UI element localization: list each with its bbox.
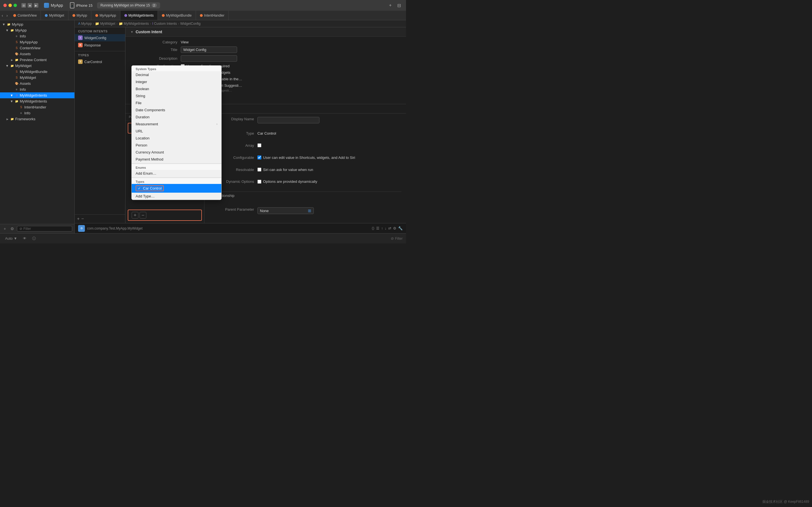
dropdown-item-add-type[interactable]: Add Type… <box>132 193 221 200</box>
configurable-detail-checkbox[interactable] <box>257 156 261 159</box>
stop-btn[interactable]: ■ <box>28 3 32 8</box>
sidebar-item-myapp-root[interactable]: ▶ 📁 MyApp <box>0 21 74 27</box>
dropdown-item-car-control[interactable]: ✓ Car Control <box>132 184 221 193</box>
dropdown-item-add-enum[interactable]: Add Enum… <box>132 170 221 177</box>
dynamic-options-checkbox[interactable] <box>257 180 261 184</box>
chevron-icon <box>10 35 13 38</box>
sidebar-toggle-btn[interactable]: ⊞ <box>21 3 26 8</box>
sidebar-item-myappapp[interactable]: S MyAppApp <box>0 39 74 45</box>
add-btn[interactable]: + <box>2 226 7 231</box>
bundle-id: com.company.Test.MyApp.MyWidget <box>87 226 143 230</box>
maximize-button[interactable] <box>13 4 17 7</box>
chevron-icon <box>15 106 18 109</box>
breadcrumb-widget-config[interactable]: WidgetConfig <box>180 22 200 25</box>
tab-prev-btn[interactable]: ‹ <box>0 11 5 20</box>
custom-intent-title: Custom Intent <box>136 30 162 34</box>
tab-my-app[interactable]: MyApp <box>68 11 91 20</box>
dropdown-item-measurement[interactable]: Measurement › <box>132 121 221 128</box>
sidebar-tree: ▶ 📁 MyApp ▶ 📁 MyApp ≡ Info S MyAppApp <box>0 20 74 224</box>
description-input[interactable] <box>181 55 237 62</box>
sidebar-item-myapp[interactable]: ▶ 📁 MyApp <box>0 27 74 33</box>
debug-btn4[interactable]: ↓ <box>385 226 387 230</box>
dropdown-item-person[interactable]: Person <box>132 142 221 149</box>
tab-next-btn[interactable]: › <box>5 11 10 20</box>
sidebar-item-mywidget[interactable]: ▶ 📁 MyWidget <box>0 63 74 69</box>
sidebar-item-mywidgetintents-group[interactable]: ▶ 📁 MyWidgetIntents <box>0 98 74 104</box>
layout-btn[interactable]: ⊟ <box>396 2 403 9</box>
remove-param-btn[interactable]: − <box>140 212 146 219</box>
dropdown-item-date-components[interactable]: Date Components <box>132 107 221 114</box>
add-tab-btn[interactable]: + <box>388 2 393 9</box>
dropdown-item-url[interactable]: URL <box>132 128 221 135</box>
sidebar: ▶ 📁 MyApp ▶ 📁 MyApp ≡ Info S MyAppApp <box>0 20 75 233</box>
folder-icon: 📁 <box>10 29 14 33</box>
debug-btn6[interactable]: ⚙ <box>393 226 396 230</box>
title-input[interactable] <box>181 47 237 53</box>
section-toggle-custom-intent[interactable]: ▼ <box>130 30 134 34</box>
parent-param-dropdown[interactable]: None ⊞ <box>257 207 314 214</box>
bt-info-btn[interactable]: ⓘ <box>31 235 38 242</box>
dropdown-item-location[interactable]: Location <box>132 135 221 142</box>
intent-item-widget-config[interactable]: I WidgetConfig <box>75 34 125 41</box>
debug-btn1[interactable]: ⟨⟩ <box>371 226 374 230</box>
display-name-input[interactable] <box>257 117 319 123</box>
tab-icon-my-widget-intents <box>124 14 127 17</box>
breadcrumb-mywidgetintents[interactable]: 📁 MyWidgetIntents <box>119 22 149 25</box>
tab-my-widget-bundle[interactable]: MyWidgetBundle <box>158 11 196 20</box>
debug-btn7[interactable]: 🔧 <box>398 226 403 230</box>
dropdown-item-decimal[interactable]: Decimal <box>132 71 221 78</box>
dropdown-label-date-components: Date Components <box>136 108 165 112</box>
tab-my-widget[interactable]: MyWidget <box>41 11 68 20</box>
add-intent-btn[interactable]: + <box>77 216 80 221</box>
debug-btn5[interactable]: ⇄ <box>388 226 391 230</box>
dropdown-item-currency-amount[interactable]: Currency Amount <box>132 149 221 156</box>
dropdown-item-integer[interactable]: Integer <box>132 78 221 86</box>
dropdown-item-duration[interactable]: Duration <box>132 114 221 121</box>
minimize-button[interactable] <box>8 4 12 7</box>
sidebar-item-mywidget2[interactable]: S MyWidget <box>0 75 74 80</box>
dropdown-item-boolean[interactable]: Boolean <box>132 86 221 93</box>
settings-btn[interactable]: ⚙ <box>10 226 15 231</box>
sidebar-item-info2[interactable]: ≡ Info <box>0 87 74 93</box>
sidebar-filter[interactable]: ⊘ Filter <box>17 226 72 231</box>
sidebar-item-preview-content[interactable]: ▶ 📁 Preview Content <box>0 57 74 63</box>
add-param-btn[interactable]: + <box>132 212 139 219</box>
array-checkbox[interactable] <box>257 144 261 147</box>
sidebar-item-mywidgetintents[interactable]: ▶ ⚙ MyWidgetIntents <box>0 93 74 98</box>
tab-intent-handler[interactable]: IntentHandler <box>196 11 229 20</box>
chevron-icon: ▶ <box>6 64 9 68</box>
tab-my-app-app[interactable]: MyAppApp <box>91 11 120 20</box>
device-selector[interactable]: 📱 iPhone 15 <box>70 2 93 8</box>
dropdown-item-string[interactable]: String <box>132 93 221 100</box>
dropdown-item-file[interactable]: File <box>132 100 221 107</box>
intent-item-response[interactable]: R Response <box>75 41 125 49</box>
dropdown-item-payment-method[interactable]: Payment Method <box>132 156 221 163</box>
bt-eye-btn[interactable]: 👁 <box>21 236 28 241</box>
tab-my-widget-intents[interactable]: MyWidgetIntents <box>120 11 158 20</box>
remove-intent-btn[interactable]: − <box>81 216 84 221</box>
bt-auto-selector[interactable]: Auto ▼ <box>3 236 19 241</box>
type-item-car-control[interactable]: T CarControl <box>75 58 125 65</box>
resolvable-checkbox[interactable] <box>257 168 261 172</box>
sidebar-item-mywidgetbundle[interactable]: S MyWidgetBundle <box>0 69 74 75</box>
debug-btn3[interactable]: ↑ <box>381 226 383 230</box>
sidebar-item-intenthandler[interactable]: S IntentHandler <box>0 104 74 110</box>
tab-content-view[interactable]: ContentView <box>9 11 41 20</box>
breadcrumb-custom-intents[interactable]: I Custom Intents <box>152 22 177 25</box>
close-button[interactable] <box>3 4 7 7</box>
play-btn[interactable]: ▶ <box>34 3 38 8</box>
sidebar-item-contentview[interactable]: S ContentView <box>0 45 74 51</box>
debug-btn2[interactable]: ☰ <box>376 226 379 230</box>
dropdown-label-payment-method: Payment Method <box>136 157 163 161</box>
intent-icon: ⚙ <box>15 94 18 98</box>
breadcrumb-mywidget[interactable]: 📁 MyWidget <box>95 22 115 25</box>
check-mark-icon: ✓ <box>138 186 141 190</box>
sidebar-item-assets1[interactable]: 🎨 Assets <box>0 51 74 57</box>
sidebar-item-info3[interactable]: ≡ Info <box>0 110 74 116</box>
dynamic-options-row: Options are provided dynamically <box>257 179 402 184</box>
sidebar-item-info1[interactable]: ≡ Info <box>0 33 74 39</box>
breadcrumb-myapp[interactable]: A MyApp <box>78 22 92 25</box>
chevron-icon <box>10 52 13 56</box>
sidebar-item-frameworks[interactable]: ▶ 📁 Frameworks <box>0 116 74 122</box>
sidebar-item-assets2[interactable]: 🎨 Assets <box>0 80 74 87</box>
